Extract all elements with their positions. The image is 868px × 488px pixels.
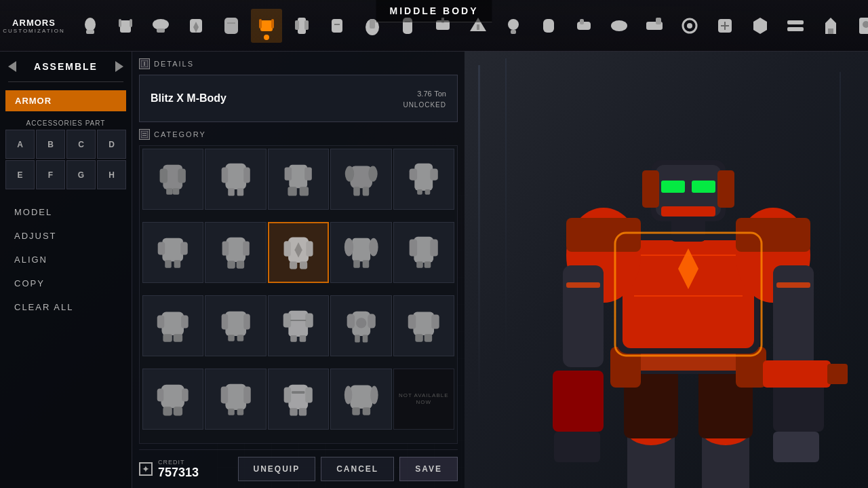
svg-rect-46 [130, 19, 132, 27]
toolbar-icon-15[interactable] [568, 9, 599, 43]
grid-item-20-na[interactable]: NOT AVAILABLE NOW [393, 369, 454, 430]
acc-cell-a[interactable]: A [5, 130, 35, 159]
toolbar-icon-20[interactable] [745, 9, 776, 43]
svg-rect-55 [271, 19, 274, 29]
svg-rect-59 [332, 19, 342, 33]
save-button[interactable]: SAVE [399, 457, 458, 481]
grid-item-4[interactable] [330, 149, 391, 210]
details-label: DETAILS [154, 60, 194, 68]
svg-rect-146 [163, 335, 172, 342]
grid-item-16[interactable] [142, 369, 203, 430]
acc-cell-c[interactable]: C [66, 130, 96, 159]
toolbar-icon-middle-body[interactable] [251, 9, 282, 43]
svg-point-188 [370, 386, 378, 405]
svg-rect-148 [225, 312, 246, 336]
svg-rect-190 [362, 408, 370, 415]
svg-rect-161 [368, 314, 375, 329]
grid-item-8-selected[interactable] [268, 222, 329, 283]
mech-svg [498, 52, 868, 488]
svg-rect-115 [417, 190, 422, 195]
grid-item-19[interactable] [330, 369, 391, 430]
toolbar-icon-8[interactable] [321, 9, 353, 43]
toolbar-icon-chest[interactable] [180, 9, 212, 43]
grid-item-14[interactable] [330, 295, 391, 356]
grid-item-10[interactable] [393, 222, 454, 283]
credit-info: CREDIT 757313 [158, 459, 199, 480]
acc-cell-d[interactable]: D [97, 130, 126, 159]
svg-rect-73 [580, 19, 584, 24]
svg-rect-140 [430, 240, 437, 257]
svg-rect-34 [692, 181, 715, 193]
armor-button[interactable]: ARMOR [5, 90, 126, 111]
svg-rect-98 [222, 168, 229, 183]
toolbar-icon-17[interactable] [639, 9, 670, 43]
svg-rect-183 [290, 409, 298, 416]
toolbar-icon-18[interactable] [674, 9, 705, 43]
grid-item-3[interactable] [268, 149, 329, 210]
assemble-prev-arrow[interactable] [8, 61, 16, 72]
svg-point-42 [85, 18, 96, 31]
item-weight: 3.76 Ton [417, 88, 446, 98]
svg-rect-117 [163, 238, 184, 261]
svg-rect-33 [661, 181, 685, 193]
category-header: CATEGORY [139, 129, 458, 140]
grid-item-6[interactable] [142, 222, 203, 283]
assemble-divider [8, 81, 123, 82]
toolbar-icon-14[interactable] [533, 9, 564, 43]
svg-rect-149 [222, 314, 229, 330]
svg-rect-48 [157, 29, 165, 33]
toolbar-icon-torso[interactable] [110, 9, 141, 43]
acc-cell-b[interactable]: B [36, 130, 65, 159]
grid-item-15[interactable] [393, 295, 454, 356]
assemble-next-arrow[interactable] [115, 61, 123, 72]
sidebar-item-clear-all[interactable]: CLEAR ALL [0, 295, 132, 319]
category-label: CATEGORY [154, 130, 206, 138]
svg-rect-27 [827, 364, 848, 384]
grid-item-12[interactable] [205, 295, 266, 356]
grid-item-13[interactable] [268, 295, 329, 356]
unequip-button[interactable]: UNEQUIP [238, 457, 316, 481]
toolbar-icon-13[interactable] [498, 9, 529, 43]
grid-item-9[interactable] [330, 222, 391, 283]
svg-rect-57 [295, 20, 299, 30]
assemble-title: ASSEMBLE [34, 61, 98, 72]
grid-item-17[interactable] [205, 369, 266, 430]
svg-rect-116 [425, 190, 431, 195]
toolbar-icon-19[interactable] [709, 9, 741, 43]
item-grid-wrapper: NOT AVAILABLE NOW [139, 145, 458, 444]
toolbar-icon-7[interactable] [286, 9, 317, 43]
svg-point-109 [368, 166, 377, 182]
acc-cell-f[interactable]: F [36, 160, 65, 189]
grid-item-18[interactable] [268, 369, 329, 430]
svg-rect-29 [773, 432, 819, 462]
acc-cell-e[interactable]: E [5, 160, 35, 189]
sidebar-item-align[interactable]: ALIGN [0, 248, 132, 271]
cancel-button[interactable]: CANCEL [321, 457, 394, 481]
svg-rect-133 [352, 238, 370, 261]
toolbar-icon-head[interactable] [75, 9, 106, 43]
svg-rect-175 [225, 384, 246, 410]
toolbar-icon-21[interactable] [780, 9, 811, 43]
toolbar-icon-22[interactable] [815, 9, 846, 43]
acc-cell-g[interactable]: G [66, 160, 96, 189]
grid-item-11[interactable] [142, 295, 203, 356]
toolbar-icon-23[interactable] [850, 9, 868, 43]
svg-rect-100 [228, 189, 235, 196]
svg-rect-22 [566, 282, 600, 288]
toolbar-icon-16[interactable] [604, 9, 635, 43]
grid-item-7[interactable] [205, 222, 266, 283]
grid-item-2[interactable] [205, 149, 266, 210]
svg-rect-89 [141, 131, 148, 138]
sidebar-item-model[interactable]: MODEL [0, 200, 132, 224]
svg-rect-106 [300, 187, 309, 196]
sidebar-item-adjust[interactable]: ADJUST [0, 224, 132, 248]
toolbar-icon-5[interactable] [216, 9, 247, 43]
acc-cell-h[interactable]: H [97, 160, 126, 189]
details-header: DETAILS [139, 58, 458, 69]
toolbar-icon-shoulder[interactable] [145, 9, 176, 43]
grid-item-5[interactable] [393, 149, 454, 210]
weight-unit: Ton [434, 90, 446, 98]
sidebar-item-copy[interactable]: COPY [0, 271, 132, 295]
svg-rect-105 [288, 187, 297, 196]
grid-item-1[interactable] [142, 149, 203, 210]
